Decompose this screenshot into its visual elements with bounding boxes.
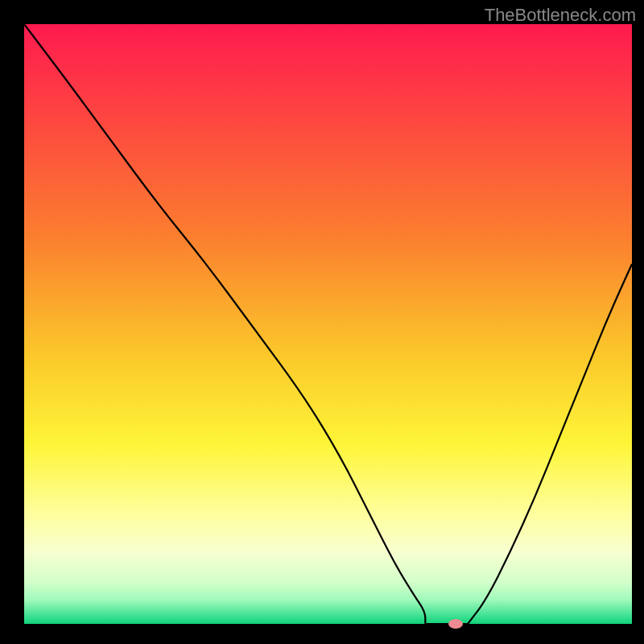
watermark-text: TheBottleneck.com [485, 5, 636, 26]
bottleneck-chart [0, 0, 644, 644]
gradient-background [24, 24, 632, 624]
chart-container: TheBottleneck.com [0, 0, 644, 644]
optimal-point-marker [448, 619, 463, 629]
